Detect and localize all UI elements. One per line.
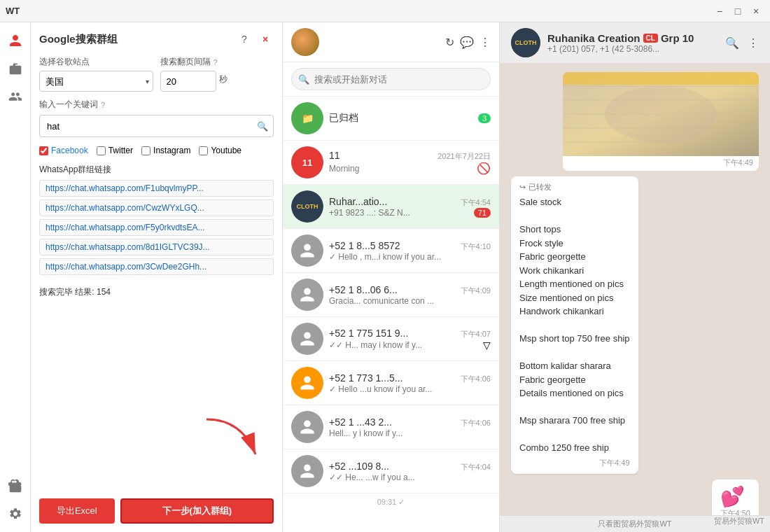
chat-item-time: 下午4:09 <box>461 286 491 296</box>
msg-time: 下午4:49 <box>519 458 630 468</box>
chat-view-header: CLOTH Ruhanika Creation CL Grp 10 +1 (20… <box>500 22 770 64</box>
sidebar-item-people[interactable] <box>3 84 28 109</box>
site-label: 选择谷歌站点 <box>39 56 90 68</box>
chat-view-search-icon[interactable]: 🔍 <box>725 36 739 50</box>
chat-item-ruhanika[interactable]: CLOTH Ruhar...atio... 下午4:54 +91 9823 ..… <box>283 185 499 229</box>
chat-item-top: 11 2021年7月22日 <box>329 150 491 162</box>
chat-item-bottom: ✓ Hello ...u know if you ar... <box>329 384 491 394</box>
checkbox-instagram[interactable]: Instagram <box>141 146 190 155</box>
chat-item-top: +52 1 775 151 9... 下午4:07 <box>329 328 491 340</box>
chat-avatar-52-3 <box>291 323 323 355</box>
chat-item-time: 下午4:10 <box>461 241 491 252</box>
chat-item-name: +52 1 8...5 8572 <box>329 240 400 251</box>
refresh-icon[interactable]: ↻ <box>445 36 454 49</box>
icon-sidebar <box>0 22 31 532</box>
minimize-button[interactable]: − <box>711 3 728 20</box>
main-layout: Google搜索群组 ? × 选择谷歌站点 美国 中国 英国 ▾ <box>0 22 770 532</box>
msg-text-bubble: ↪ 已转发 Sale stock Short tops Frock style … <box>511 176 638 474</box>
chat-messages: 下午4:49 ↪ 已转发 Sale stock Short tops Frock… <box>500 64 770 515</box>
link-item[interactable]: https://chat.whatsapp.com/3CwDee2GHh... <box>39 258 274 275</box>
chat-item-52-3[interactable]: +52 1 775 151 9... 下午4:07 ✓✓ H... may i … <box>283 317 499 361</box>
chat-item-name: +52 ...109 8... <box>329 461 389 472</box>
site-select[interactable]: 美国 中国 英国 <box>39 71 153 92</box>
sidebar-item-briefcase[interactable] <box>3 56 28 81</box>
chat-item-body: 已归档 3 <box>329 112 491 125</box>
archived-avatar: 📁 <box>291 102 323 134</box>
checkbox-twitter[interactable]: Twitter <box>97 146 133 155</box>
interval-input[interactable] <box>160 71 216 92</box>
more-icon[interactable]: ⋮ <box>479 36 491 49</box>
chat-avatar-52-4 <box>291 367 323 399</box>
sidebar-item-gift[interactable] <box>3 473 28 498</box>
expand-icon: ▽ <box>483 340 491 351</box>
chat-item-52-5[interactable]: +52 1 ...43 2... 下午4:06 Hell... y i know… <box>283 405 499 449</box>
cl-badge: CL <box>643 34 658 43</box>
export-excel-button[interactable]: 导出Excel <box>39 498 115 524</box>
chat-profile-avatar <box>291 28 319 56</box>
keyword-label-text: 输入一个关键词 <box>39 99 98 111</box>
link-item[interactable]: https://chat.whatsapp.com/8d1IGLTVC39J..… <box>39 239 274 255</box>
chat-search-icon: 🔍 <box>298 74 309 85</box>
chat-avatar-ruhanika: CLOTH <box>291 190 323 223</box>
panel-close-button[interactable]: × <box>257 31 274 48</box>
chat-item-body: 11 2021年7月22日 Morning 🚫 <box>329 150 491 175</box>
chat-item-archived[interactable]: 📁 已归档 3 <box>283 97 499 141</box>
chat-search-input[interactable] <box>291 68 491 90</box>
chat-item-top: Ruhar...atio... 下午4:54 <box>329 196 491 208</box>
keyword-input[interactable] <box>39 115 274 137</box>
chat-list-timestamp: 09:31 ✓ <box>283 493 499 511</box>
chat-item-top: +52 1 8...5 8572 下午4:10 <box>329 240 491 252</box>
keyword-help-icon: ? <box>101 101 105 109</box>
panel-header: Google搜索群组 ? × <box>39 31 274 48</box>
chat-item-msg: ✓ Hello ...u know if you ar... <box>329 384 432 394</box>
panel-title: Google搜索群组 <box>39 33 118 46</box>
interval-group: 搜索翻页间隔 ? 秒 <box>160 56 274 92</box>
help-icon-button[interactable]: ? <box>236 31 253 48</box>
chat-item-bottom: ✓ Hello , m...i know if you ar... <box>329 252 491 262</box>
chat-view-icons: 🔍 ⋮ <box>725 36 759 50</box>
maximize-button[interactable]: □ <box>729 3 746 20</box>
chat-item-name: +52 1 775 151 9... <box>329 328 408 339</box>
next-step-button[interactable]: 下一步(加入群组) <box>120 498 274 524</box>
interval-help-icon: ? <box>214 58 218 66</box>
chat-item-body: +52 ...109 8... 下午4:04 ✓✓ He... ...w if … <box>329 461 491 482</box>
chat-item-name: Ruhar...atio... <box>329 196 387 207</box>
chat-avatar-52-1 <box>291 234 323 267</box>
chat-item-52-6[interactable]: +52 ...109 8... 下午4:04 ✓✓ He... ...w if … <box>283 449 499 493</box>
checkbox-facebook[interactable]: Facebook <box>39 146 88 155</box>
chat-item-msg: Morning <box>329 164 359 174</box>
checkbox-youtube[interactable]: Youtube <box>199 146 241 155</box>
chat-item-11[interactable]: 11 11 2021年7月22日 Morning 🚫 <box>283 141 499 185</box>
chat-item-time: 2021年7月22日 <box>438 151 491 162</box>
chat-item-top: +52 1 ...43 2... 下午4:06 <box>329 416 491 428</box>
window-controls: − □ × <box>711 3 764 20</box>
chat-list: 📁 已归档 3 11 11 2021年7月22日 <box>283 97 499 532</box>
keyword-search-icon[interactable]: 🔍 <box>257 121 268 132</box>
chat-avatar-11: 11 <box>291 146 323 178</box>
chat-item-bottom: ✓✓ He... ...w if you a... <box>329 472 491 482</box>
msg-text: Sale stock Short tops Frock style Fabric… <box>519 195 630 455</box>
chat-item-msg: Hell... y i know if y... <box>329 428 402 438</box>
sidebar-item-user[interactable] <box>3 28 28 53</box>
link-item[interactable]: https://chat.whatsapp.com/CwzWYxLGQ... <box>39 200 274 216</box>
title-bar: WT − □ × <box>0 0 770 22</box>
site-group: 选择谷歌站点 美国 中国 英国 ▾ <box>39 56 153 92</box>
chat-item-msg: Gracia... comunicarte con ... <box>329 296 434 306</box>
chat-item-time: 下午4:54 <box>461 197 491 208</box>
chat-item-body: +52 1 775 151 9... 下午4:07 ✓✓ H... may i … <box>329 328 491 351</box>
chat-view-more-icon[interactable]: ⋮ <box>748 36 759 50</box>
chat-item-52-2[interactable]: +52 1 8...06 6... 下午4:09 Gracia... comun… <box>283 273 499 317</box>
chat-item-52-1[interactable]: +52 1 8...5 8572 下午4:10 ✓ Hello , m...i … <box>283 229 499 273</box>
sidebar-item-settings[interactable] <box>3 501 28 526</box>
watermark: 贸易外贸狼WT <box>714 516 764 526</box>
chat-item-top: +52 1 773 1...5... 下午4:06 <box>329 372 491 384</box>
chat-item-bottom: +91 9823 ...: S&Z N... 71 <box>329 208 491 218</box>
msg-forwarded-label: ↪ 已转发 <box>519 182 630 192</box>
close-button[interactable]: × <box>748 3 764 20</box>
chat-icon[interactable]: 💬 <box>460 36 474 49</box>
link-item[interactable]: https://chat.whatsapp.com/F1ubqvlmyPP... <box>39 180 274 197</box>
link-item[interactable]: https://chat.whatsapp.com/F5y0rkvdtsEA..… <box>39 219 274 236</box>
chat-header-icons: ↻ 💬 ⋮ <box>445 36 491 49</box>
chat-item-52-4[interactable]: +52 1 773 1...5... 下午4:06 ✓ Hello ...u k… <box>283 361 499 405</box>
chat-item-body: Ruhar...atio... 下午4:54 +91 9823 ...: S&Z… <box>329 196 491 218</box>
